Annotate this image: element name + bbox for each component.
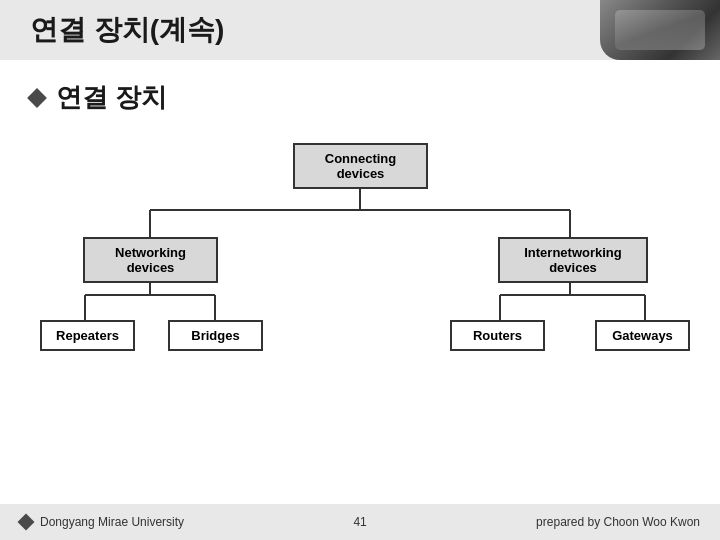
main-content: Connecting devices Networking devices In… bbox=[0, 125, 720, 435]
routers-node: Routers bbox=[450, 320, 545, 351]
internetworking-devices-node: Internetworking devices bbox=[498, 237, 648, 283]
header-title: 연결 장치(계속) bbox=[30, 11, 224, 49]
root-node: Connecting devices bbox=[293, 143, 428, 189]
gateways-node: Gateways bbox=[595, 320, 690, 351]
repeaters-node: Repeaters bbox=[40, 320, 135, 351]
footer: Dongyang Mirae University 41 prepared by… bbox=[0, 504, 720, 540]
internetworking-label-line2: devices bbox=[512, 260, 634, 275]
root-label-line2: devices bbox=[307, 166, 414, 181]
networking-label-line1: Networking bbox=[97, 245, 204, 260]
footer-diamond-icon bbox=[18, 514, 35, 531]
root-label-line1: Connecting bbox=[307, 151, 414, 166]
header-decoration bbox=[600, 0, 720, 60]
subtitle-text: 연결 장치 bbox=[56, 80, 167, 115]
gateways-label: Gateways bbox=[609, 328, 676, 343]
footer-prepared-by: prepared by Choon Woo Kwon bbox=[536, 515, 700, 529]
subtitle-section: 연결 장치 bbox=[0, 60, 720, 125]
footer-university: Dongyang Mirae University bbox=[40, 515, 184, 529]
diamond-icon bbox=[27, 88, 47, 108]
tree-diagram: Connecting devices Networking devices In… bbox=[30, 135, 690, 415]
routers-label: Routers bbox=[464, 328, 531, 343]
footer-page-number: 41 bbox=[184, 515, 536, 529]
networking-label-line2: devices bbox=[97, 260, 204, 275]
header: 연결 장치(계속) bbox=[0, 0, 720, 60]
bridges-node: Bridges bbox=[168, 320, 263, 351]
bridges-label: Bridges bbox=[182, 328, 249, 343]
networking-devices-node: Networking devices bbox=[83, 237, 218, 283]
internetworking-label-line1: Internetworking bbox=[512, 245, 634, 260]
repeaters-label: Repeaters bbox=[54, 328, 121, 343]
